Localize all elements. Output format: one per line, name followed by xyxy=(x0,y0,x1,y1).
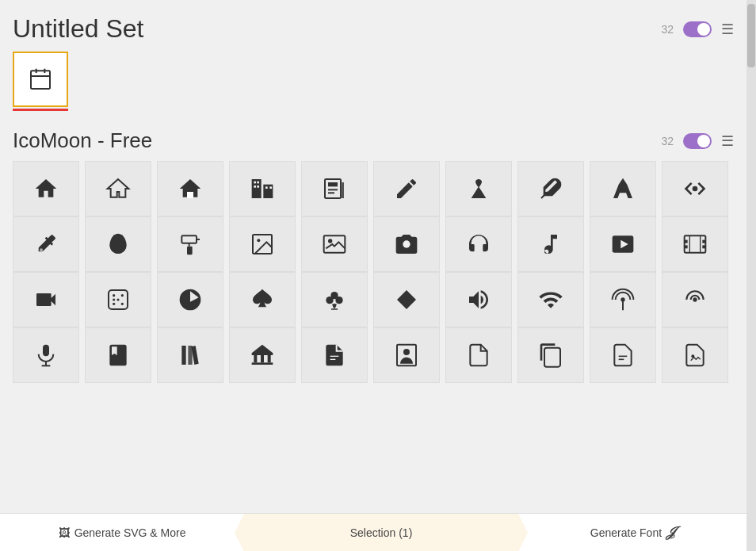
file-copy-icon-cell[interactable] xyxy=(517,327,584,383)
document-icon xyxy=(322,342,347,368)
contact-icon-cell[interactable] xyxy=(373,327,440,383)
svg-rect-12 xyxy=(269,186,272,189)
film-icon-cell[interactable] xyxy=(662,216,728,272)
untitled-menu-icon[interactable]: ☰ xyxy=(721,21,734,38)
megaphone-icon-cell[interactable] xyxy=(445,272,512,327)
pencil-icon-cell[interactable] xyxy=(373,161,440,216)
home3-icon-cell[interactable] xyxy=(157,161,223,216)
ink-pen-icon-cell[interactable] xyxy=(590,161,656,216)
play-icon xyxy=(610,231,636,257)
microphone-icon-cell[interactable] xyxy=(13,327,79,383)
home2-icon-cell[interactable] xyxy=(85,161,151,216)
contact-icon xyxy=(394,342,419,368)
svg-rect-36 xyxy=(702,245,705,248)
selection-tab[interactable]: Selection (1) xyxy=(244,514,518,551)
icomoon-menu-icon[interactable]: ☰ xyxy=(721,132,734,150)
svg-point-65 xyxy=(403,349,410,355)
club-icon-cell[interactable] xyxy=(301,272,368,327)
svg-rect-52 xyxy=(43,345,49,357)
scrollbar[interactable] xyxy=(746,0,756,551)
svg-rect-14 xyxy=(328,182,338,186)
untitled-toggle[interactable] xyxy=(683,21,712,37)
bank-icon-cell[interactable] xyxy=(229,327,296,383)
file-image-icon xyxy=(682,342,708,368)
video-cam-icon-cell[interactable] xyxy=(13,272,79,327)
svg-rect-61 xyxy=(252,362,273,365)
spade-icon-cell[interactable] xyxy=(229,272,296,327)
radio-signal-icon-cell[interactable] xyxy=(590,272,656,327)
icomoon-toggle[interactable] xyxy=(683,133,712,149)
svg-rect-35 xyxy=(685,245,688,248)
svg-rect-9 xyxy=(254,186,256,188)
book-icon xyxy=(105,342,131,368)
home1-icon-cell[interactable] xyxy=(13,161,79,216)
feather-icon-cell[interactable] xyxy=(517,161,584,216)
selected-underline xyxy=(13,109,68,111)
svg-point-48 xyxy=(335,297,342,304)
svg-point-44 xyxy=(116,298,119,300)
books-icon-cell[interactable] xyxy=(157,327,223,383)
broadcast-icon xyxy=(682,287,708,312)
droplet-icon-cell[interactable] xyxy=(85,216,151,272)
music-icon-cell[interactable] xyxy=(517,216,584,272)
image1-icon xyxy=(250,231,275,257)
headphones-icon-cell[interactable] xyxy=(445,216,512,272)
diamond-icon xyxy=(394,287,419,312)
untitled-icon-count: 32 xyxy=(661,23,674,36)
icomoon-title: IcoMoon - Free xyxy=(13,128,152,153)
microphone-icon xyxy=(33,342,59,368)
tab-chevron-left xyxy=(235,514,244,552)
file-empty-icon-cell[interactable] xyxy=(445,327,512,383)
svg-rect-17 xyxy=(341,182,344,198)
film-icon xyxy=(682,231,708,257)
diamond-icon-cell[interactable] xyxy=(373,272,440,327)
generate-svg-icon: 🖼 xyxy=(59,526,70,539)
generate-svg-button[interactable]: 🖼 Generate SVG & More xyxy=(0,514,244,551)
svg-marker-57 xyxy=(252,345,273,355)
generate-font-button[interactable]: Generate Font 𝒥 xyxy=(518,514,746,551)
svg-rect-6 xyxy=(263,185,273,198)
camera-icon-cell[interactable] xyxy=(373,216,440,272)
building-icon-cell[interactable] xyxy=(229,161,296,216)
untitled-title: Untitled Set xyxy=(13,14,143,44)
wifi-icon-cell[interactable] xyxy=(517,272,584,327)
generate-font-icon: 𝒥 xyxy=(666,524,674,541)
document-icon-cell[interactable] xyxy=(301,327,368,383)
svg-rect-32 xyxy=(685,235,706,252)
untitled-controls: 32 ☰ xyxy=(661,21,734,38)
file-image-icon-cell[interactable] xyxy=(662,327,728,383)
svg-rect-33 xyxy=(685,240,688,243)
spade-icon xyxy=(250,287,275,312)
ink-pen-icon xyxy=(610,176,636,201)
icomoon-section: IcoMoon - Free 32 ☰ xyxy=(0,117,746,383)
paint-roller-icon-cell[interactable] xyxy=(157,216,223,272)
svg-point-47 xyxy=(326,297,333,304)
file-text-icon-cell[interactable] xyxy=(590,327,656,383)
play-icon-cell[interactable] xyxy=(590,216,656,272)
svg-point-40 xyxy=(113,294,115,297)
radio-signal-icon xyxy=(610,287,636,312)
svg-rect-34 xyxy=(702,240,705,243)
building-icon xyxy=(250,176,275,201)
newspaper-icon-cell[interactable] xyxy=(301,161,368,216)
pen-icon-cell[interactable] xyxy=(445,161,512,216)
calendar-icon-cell[interactable] xyxy=(13,52,68,107)
dice-icon-cell[interactable] xyxy=(85,272,151,327)
svg-point-45 xyxy=(113,298,115,300)
untitled-header: Untitled Set 32 ☰ xyxy=(13,14,734,44)
svg-point-26 xyxy=(257,239,260,242)
broadcast-icon-cell[interactable] xyxy=(662,272,728,327)
book-icon-cell[interactable] xyxy=(85,327,151,383)
pacman-icon-cell[interactable] xyxy=(157,272,223,327)
generate-font-label: Generate Font xyxy=(590,526,662,539)
feather-icon xyxy=(538,176,563,201)
brush-pen-icon-cell[interactable] xyxy=(662,161,728,216)
svg-rect-8 xyxy=(257,182,259,184)
eyedropper-icon-cell[interactable] xyxy=(13,216,79,272)
image1-icon-cell[interactable] xyxy=(229,216,296,272)
untitled-set-section: Untitled Set 32 ☰ xyxy=(0,0,746,111)
paint-roller-icon xyxy=(178,231,203,257)
scrollbar-thumb[interactable] xyxy=(747,4,755,67)
icomoon-controls: 32 ☰ xyxy=(661,132,734,150)
image2-icon-cell[interactable] xyxy=(301,216,368,272)
